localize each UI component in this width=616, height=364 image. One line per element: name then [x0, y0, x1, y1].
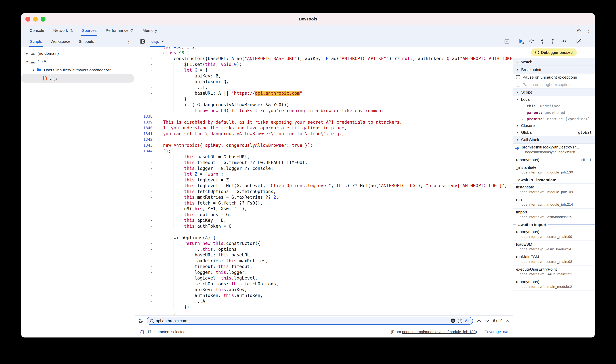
line-gutter[interactable]: -	[135, 298, 157, 304]
checkbox[interactable]	[516, 75, 520, 79]
step-into-icon[interactable]	[539, 38, 545, 45]
line-content[interactable]: ...this._options,	[157, 247, 513, 252]
scope-group-global[interactable]: ▸Globalglobal	[513, 129, 595, 136]
line-content[interactable]: let Z = "warn";	[157, 171, 513, 177]
call-stack-frame[interactable]: _instantiatenode:internal/m...module_job…	[513, 164, 595, 176]
line-content[interactable]: return new this.constructor({	[157, 241, 513, 247]
tree-item-users-jinhuilee-nvm-versions-node-v2-[interactable]: ▾Users/jinhuilee/.nvm/versions/node/v2..…	[21, 66, 135, 74]
line-gutter[interactable]: -	[135, 189, 157, 195]
line-content[interactable]: }	[157, 229, 513, 235]
line-gutter[interactable]: 1342	[135, 137, 157, 143]
line-content[interactable]: this.apiKey = B,	[157, 217, 513, 223]
navigator-more-icon[interactable]: ⋮	[126, 39, 131, 44]
tab-console[interactable]: Console	[25, 25, 49, 36]
line-content[interactable]: apiKey: B,	[157, 73, 513, 79]
line-gutter[interactable]: -	[135, 96, 157, 102]
line-gutter[interactable]: -	[135, 212, 157, 218]
match-case-toggle[interactable]: Aa	[465, 319, 469, 323]
tree-item--no-domain-[interactable]: ▸☁(no domain)	[21, 49, 135, 58]
pretty-print-icon[interactable]: {}	[140, 329, 145, 334]
line-content[interactable]: let G = {	[157, 67, 513, 73]
scope-property-promise[interactable]: ▸promise:Promise {<pending>}	[513, 116, 595, 122]
line-content[interactable]: baseURL: this.baseURL,	[157, 252, 513, 258]
line-gutter[interactable]: -	[135, 258, 157, 264]
line-content[interactable]: this.maxRetries = G.maxRetries ?? 2,	[157, 194, 513, 200]
next-match-icon[interactable]	[485, 319, 490, 323]
line-gutter[interactable]: 1344	[135, 148, 157, 154]
search-query[interactable]: api.anthropic.com	[156, 319, 448, 323]
line-content[interactable]: };	[157, 96, 513, 102]
scope-group-closure[interactable]: ▸Closure	[513, 122, 595, 129]
scope-property-this[interactable]: this:undefined	[513, 103, 595, 109]
line-gutter[interactable]: -	[135, 275, 157, 281]
expand-panel-icon[interactable]	[504, 39, 510, 44]
regex-toggle[interactable]: (.*)	[458, 319, 462, 323]
scope-group-local[interactable]: ▾Local	[513, 96, 595, 103]
line-content[interactable]: this.fetch = G.fetch ?? Fs0(),	[157, 200, 513, 206]
line-gutter[interactable]: -	[135, 287, 157, 293]
disclosure-arrow-icon[interactable]: ▾	[24, 60, 30, 64]
origin-link[interactable]: node:internal/modules/esm/module_job:130	[402, 330, 476, 334]
close-tab-icon[interactable]: ×	[161, 39, 164, 44]
call-stack-frame[interactable]: promiseInitHookWithDestroyTr...node:inte…	[513, 143, 595, 156]
line-content[interactable]: }	[157, 310, 513, 315]
line-gutter[interactable]: -	[135, 217, 157, 223]
tab-performance[interactable]: Performance⚗	[101, 25, 138, 36]
line-content[interactable]: If you understand the risks and have app…	[157, 125, 513, 131]
line-gutter[interactable]: -	[135, 206, 157, 212]
line-gutter[interactable]: -	[135, 200, 157, 206]
line-content[interactable]: })	[157, 304, 513, 310]
tab-memory[interactable]: Memory	[138, 25, 161, 36]
line-gutter[interactable]: 1343	[135, 143, 157, 148]
more-options-icon[interactable]: ⋮	[587, 28, 591, 34]
line-content[interactable]: o9(this, $F1, Xs0, "f"),	[157, 206, 513, 212]
scope-property-parent[interactable]: parent:undefined	[513, 109, 595, 116]
line-gutter[interactable]: 1338	[135, 113, 157, 119]
navigator-tab-snippets[interactable]: Snippets	[74, 36, 98, 47]
tab-network[interactable]: Network⚗	[49, 25, 77, 36]
line-content[interactable]: timeout: this.timeout,	[157, 264, 513, 270]
line-gutter[interactable]: -	[135, 90, 157, 96]
call-stack-frame[interactable]: (anonymous)node:internal/m...main_module…	[513, 278, 595, 291]
call-stack-frame[interactable]: loadESMnode:internal/p.../esm_loader:34	[513, 241, 595, 253]
deactivate-breakpoints-icon[interactable]	[576, 38, 582, 45]
disclosure-arrow-icon[interactable]: ▸	[24, 52, 30, 55]
line-gutter[interactable]: -	[135, 108, 157, 114]
coverage-link[interactable]: Coverage: n/a	[484, 330, 508, 334]
step-out-icon[interactable]	[550, 38, 556, 45]
line-gutter[interactable]: -	[135, 56, 157, 62]
line-content[interactable]: ...I,	[157, 85, 513, 91]
line-gutter[interactable]: -	[135, 223, 157, 229]
line-gutter[interactable]: -	[135, 183, 157, 189]
previous-match-icon[interactable]	[476, 319, 481, 323]
line-gutter[interactable]: -	[135, 177, 157, 183]
line-content[interactable]: this.logLevel = Z,	[157, 177, 513, 183]
line-content[interactable]: constructor({baseURL: A=ao("ANTHROPIC_BA…	[157, 56, 513, 62]
line-content[interactable]: This is disabled by default, as it risks…	[157, 119, 513, 125]
call-stack-frame[interactable]: runnode:internal/m...module_job:214	[513, 196, 595, 208]
step-icon[interactable]	[560, 38, 566, 45]
call-stack-frame[interactable]: (anonymous)node:internal/m...es/run_main…	[513, 228, 595, 241]
line-gutter[interactable]: -	[135, 281, 157, 287]
line-content[interactable]: ...A	[157, 298, 513, 304]
replace-toggle-icon[interactable]: A↳B	[139, 318, 143, 324]
line-gutter[interactable]: -	[135, 270, 157, 275]
line-content[interactable]: fetchOptions: this.fetchOptions,	[157, 281, 513, 287]
call-stack-frame[interactable]: instantiatenode:internal/m...module_job:…	[513, 183, 595, 196]
line-content[interactable]: this.timeout = G.timeout ?? Lw.DEFAULT_T…	[157, 160, 513, 166]
line-content[interactable]: authToken: Q,	[157, 79, 513, 85]
tree-item-cli-js[interactable]: cli.js	[21, 74, 134, 83]
line-gutter[interactable]: -	[135, 310, 157, 315]
call-stack-frame[interactable]: executeUserEntryPointnode:internal/m...s…	[513, 266, 595, 278]
watch-section-header[interactable]: ▸Watch	[513, 58, 595, 66]
line-content[interactable]: this.fetchOptions = G.fetchOptions,	[157, 189, 513, 195]
close-find-bar-icon[interactable]: ×	[506, 318, 509, 324]
line-gutter[interactable]: 1341	[135, 131, 157, 137]
line-content[interactable]: authToken: this.authToken,	[157, 293, 513, 299]
line-gutter[interactable]: -	[135, 229, 157, 235]
call-stack-frame[interactable]: runMainESMnode:internal/m...es/run_main:…	[513, 253, 595, 266]
line-content[interactable]	[157, 113, 513, 119]
line-gutter[interactable]: -	[135, 73, 157, 79]
tree-item-file-[interactable]: ▾☁file://	[21, 58, 135, 66]
line-content[interactable]: this.authToken = Q	[157, 223, 513, 229]
